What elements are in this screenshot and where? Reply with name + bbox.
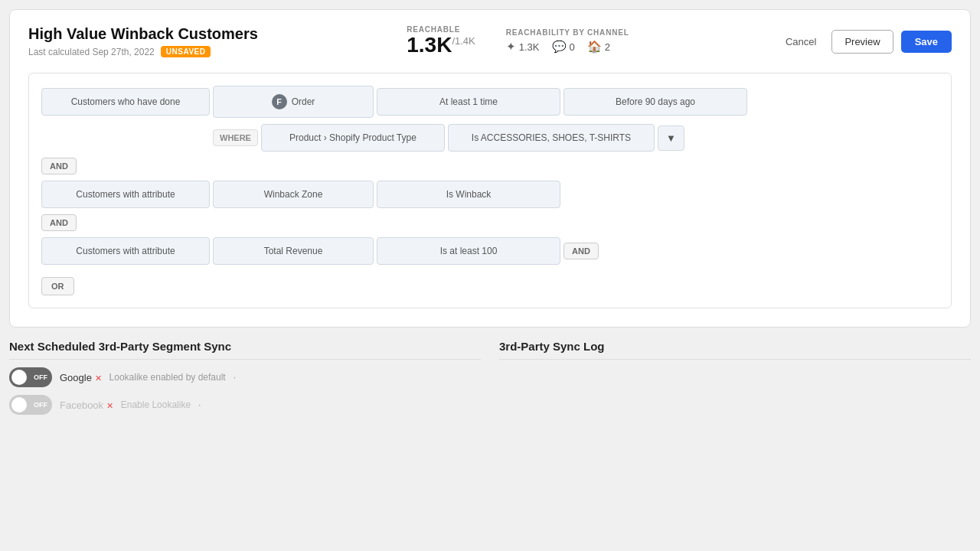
google-dash: · xyxy=(234,372,236,383)
reachable-value: 1.3K/1.4K xyxy=(407,34,475,57)
where-label: WHERE xyxy=(213,129,258,146)
condition-attr-name-3[interactable]: Total Revenue xyxy=(213,237,374,265)
channel-push-value: 2 xyxy=(605,41,610,53)
page-title: High Value Winback Customers xyxy=(28,25,258,43)
toggle-knob-facebook xyxy=(11,397,27,412)
and-connector-1: AND xyxy=(41,158,939,174)
bottom-section: Next Scheduled 3rd-Party Segment Sync OF… xyxy=(9,340,971,422)
email-icon: ✦ xyxy=(506,40,516,54)
reachable-sub: /1.4K xyxy=(452,35,475,47)
or-section: OR xyxy=(41,277,939,295)
condition-attr-value-2[interactable]: Is Winback xyxy=(377,181,560,208)
header-actions: Cancel Preview Save xyxy=(778,30,952,54)
subtitle-row: Last calculated Sep 27th, 2022 UNSAVED xyxy=(28,46,258,57)
sync-log-title: 3rd-Party Sync Log xyxy=(499,340,971,360)
google-label: Google ✕ xyxy=(60,372,102,383)
page-wrapper: High Value Winback Customers Last calcul… xyxy=(0,0,980,551)
condition-row-2: Customers with attribute Winback Zone Is… xyxy=(41,181,939,208)
and-connector-2: AND xyxy=(41,214,939,231)
facebook-dash: · xyxy=(198,399,201,410)
condition-type-1[interactable]: Customers who have done xyxy=(41,88,210,116)
facebook-label: Facebook ✕ xyxy=(60,399,113,411)
event-label: Order xyxy=(292,96,315,107)
condition-type-3[interactable]: Customers with attribute xyxy=(41,237,210,265)
cancel-button[interactable]: Cancel xyxy=(778,31,824,52)
condition-event-1[interactable]: F Order xyxy=(213,86,374,118)
where-attribute[interactable]: Product › Shopify Product Type xyxy=(261,124,445,152)
unsaved-badge: UNSAVED xyxy=(161,46,211,57)
sms-icon: 💬 xyxy=(552,40,567,54)
push-icon: 🏠 xyxy=(587,40,602,54)
reachable-number: 1.3K xyxy=(407,33,452,57)
title-section: High Value Winback Customers Last calcul… xyxy=(28,25,258,57)
channel-sms-value: 0 xyxy=(570,41,575,53)
toggle-off-label-google: OFF xyxy=(34,373,47,381)
or-button[interactable]: OR xyxy=(41,277,74,295)
google-toggle[interactable]: OFF xyxy=(9,367,52,387)
sync-log-panel: 3rd-Party Sync Log xyxy=(499,340,971,422)
condition-attr-name-2[interactable]: Winback Zone xyxy=(213,181,374,208)
toggle-knob-google xyxy=(11,370,27,385)
header-row: High Value Winback Customers Last calcul… xyxy=(28,25,952,57)
f-badge: F xyxy=(272,94,287,109)
facebook-lookalike: Enable Lookalike xyxy=(121,399,191,410)
google-lookalike: Lookalike enabled by default xyxy=(109,372,226,383)
condition-row-1: Customers who have done F Order At least… xyxy=(41,86,939,118)
and-button-2[interactable]: AND xyxy=(41,214,77,231)
sync-panel: Next Scheduled 3rd-Party Segment Sync OF… xyxy=(9,340,481,422)
metrics-section: REACHABLE 1.3K/1.4K REACHABILITY BY CHAN… xyxy=(407,25,629,57)
filter-button[interactable]: ▼ xyxy=(658,126,684,151)
main-card: High Value Winback Customers Last calcul… xyxy=(9,9,971,328)
condition-time-1[interactable]: Before 90 days ago xyxy=(564,88,747,116)
save-button[interactable]: Save xyxy=(901,31,952,53)
facebook-x: ✕ xyxy=(106,401,113,410)
channel-email-value: 1.3K xyxy=(519,41,540,53)
facebook-toggle: OFF xyxy=(9,395,52,415)
sync-item-google: OFF Google ✕ Lookalike enabled by defaul… xyxy=(9,367,481,387)
channel-push: 🏠 2 xyxy=(587,40,610,54)
sync-item-facebook: OFF Facebook ✕ Enable Lookalike · xyxy=(9,395,481,415)
reachability-label: REACHABILITY BY CHANNEL xyxy=(506,28,629,37)
reachability-channels: ✦ 1.3K 💬 0 🏠 2 xyxy=(506,40,629,54)
channel-sms: 💬 0 xyxy=(552,40,575,54)
condition-type-2[interactable]: Customers with attribute xyxy=(41,181,210,208)
sync-panel-title: Next Scheduled 3rd-Party Segment Sync xyxy=(9,340,481,360)
filter-icon: ▼ xyxy=(666,132,676,144)
row3-and-button[interactable]: AND xyxy=(564,243,599,259)
last-calculated: Last calculated Sep 27th, 2022 xyxy=(28,47,155,57)
where-row: WHERE Product › Shopify Product Type Is … xyxy=(41,124,939,152)
and-button-1[interactable]: AND xyxy=(41,158,77,174)
preview-button[interactable]: Preview xyxy=(831,30,893,54)
condition-frequency-1[interactable]: At least 1 time xyxy=(377,88,560,116)
where-value[interactable]: Is ACCESSORIES, SHOES, T-SHIRTS xyxy=(448,124,655,152)
segment-builder: Customers who have done F Order At least… xyxy=(28,73,952,308)
reachable-metric: REACHABLE 1.3K/1.4K xyxy=(407,25,475,57)
condition-attr-value-3[interactable]: Is at least 100 xyxy=(377,237,560,265)
reachability-group: REACHABILITY BY CHANNEL ✦ 1.3K 💬 0 🏠 2 xyxy=(506,28,629,54)
condition-row-3: Customers with attribute Total Revenue I… xyxy=(41,237,939,265)
channel-email: ✦ 1.3K xyxy=(506,40,540,54)
google-x: ✕ xyxy=(95,373,102,383)
toggle-off-label-facebook: OFF xyxy=(34,401,47,409)
